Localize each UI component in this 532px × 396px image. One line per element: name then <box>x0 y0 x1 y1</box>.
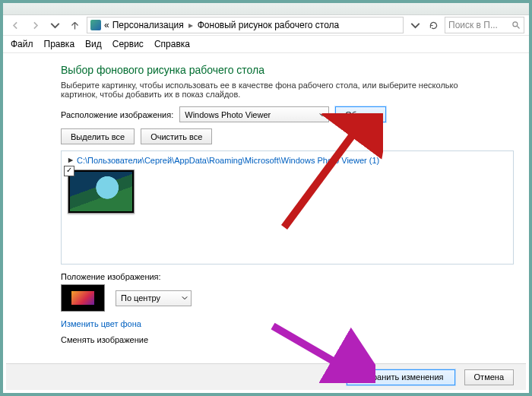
content-area: Выбор фонового рисунка рабочего стола Вы… <box>3 53 529 345</box>
search-input[interactable]: Поиск в П... <box>445 17 524 33</box>
forward-arrow-icon <box>30 21 40 30</box>
select-all-button[interactable]: Выделить все <box>61 128 135 144</box>
location-value: Windows Photo Viewer <box>185 110 271 119</box>
up-button[interactable] <box>67 17 82 33</box>
window-titlebar <box>3 3 529 15</box>
chevron-down-icon <box>319 112 325 118</box>
breadcrumb-seg-1[interactable]: Персонализация <box>112 20 184 30</box>
back-arrow-icon <box>11 21 21 30</box>
breadcrumb-home[interactable]: « <box>104 20 109 30</box>
group-header[interactable]: C:\Пользователи\Сергей\AppData\Roaming\M… <box>68 156 507 165</box>
search-placeholder: Поиск в П... <box>448 20 511 30</box>
change-image-label: Сменять изображение <box>61 335 148 344</box>
thumbnail-checkbox[interactable]: ✓ <box>64 166 74 176</box>
page-title: Выбор фонового рисунка рабочего стола <box>61 64 514 76</box>
location-dropdown[interactable]: Windows Photo Viewer <box>179 106 329 122</box>
back-button[interactable] <box>8 17 23 33</box>
refresh-icon <box>429 21 439 30</box>
up-arrow-icon <box>70 21 80 30</box>
position-value: По центру <box>121 293 160 303</box>
breadcrumb-seg-2[interactable]: Фоновый рисунок рабочего стола <box>198 20 340 30</box>
chevron-down-icon <box>410 21 420 30</box>
browse-button[interactable]: Обзор... <box>335 106 386 122</box>
forward-button[interactable] <box>27 17 43 33</box>
menu-service[interactable]: Сервис <box>112 39 144 49</box>
refresh-button[interactable] <box>426 17 440 33</box>
svg-line-1 <box>518 27 520 29</box>
thumbnail-panel: C:\Пользователи\Сергей\AppData\Roaming\M… <box>61 150 514 265</box>
position-dropdown[interactable]: По центру <box>116 290 192 306</box>
breadcrumb-sep-icon: ▸ <box>187 20 195 30</box>
collapse-icon <box>68 156 74 165</box>
search-icon <box>511 21 521 30</box>
group-path: C:\Пользователи\Сергей\AppData\Roaming\M… <box>77 156 379 165</box>
position-label: Положение изображения: <box>61 272 514 281</box>
menu-help[interactable]: Справка <box>154 39 190 49</box>
clear-all-button[interactable]: Очистить все <box>141 128 212 144</box>
nav-toolbar: « Персонализация ▸ Фоновый рисунок рабоч… <box>3 15 529 36</box>
location-label: Расположение изображения: <box>61 110 173 119</box>
svg-point-0 <box>513 22 518 27</box>
wallpaper-thumbnail[interactable]: ✓ <box>68 169 135 214</box>
position-preview <box>61 284 105 312</box>
location-icon <box>90 20 101 30</box>
page-description: Выберите картинку, чтобы использовать ее… <box>61 81 486 99</box>
recent-dropdown[interactable] <box>47 17 62 33</box>
chevron-down-icon <box>50 21 60 30</box>
save-button[interactable]: Сохранить изменения <box>347 369 455 385</box>
position-preview-inner <box>71 291 94 305</box>
menu-bar: Файл Правка Вид Сервис Справка <box>3 36 529 53</box>
wallpaper-image <box>70 172 132 211</box>
menu-edit[interactable]: Правка <box>44 39 75 49</box>
footer-bar: Сохранить изменения Отмена <box>6 363 526 390</box>
change-background-color-link[interactable]: Изменить цвет фона <box>61 319 514 328</box>
control-panel-window: « Персонализация ▸ Фоновый рисунок рабоч… <box>0 0 532 396</box>
menu-view[interactable]: Вид <box>85 39 102 49</box>
menu-file[interactable]: Файл <box>11 39 33 49</box>
address-bar[interactable]: « Персонализация ▸ Фоновый рисунок рабоч… <box>87 17 404 33</box>
chevron-down-icon <box>182 295 188 301</box>
cancel-button[interactable]: Отмена <box>464 369 514 385</box>
addr-dropdown[interactable] <box>408 17 422 33</box>
